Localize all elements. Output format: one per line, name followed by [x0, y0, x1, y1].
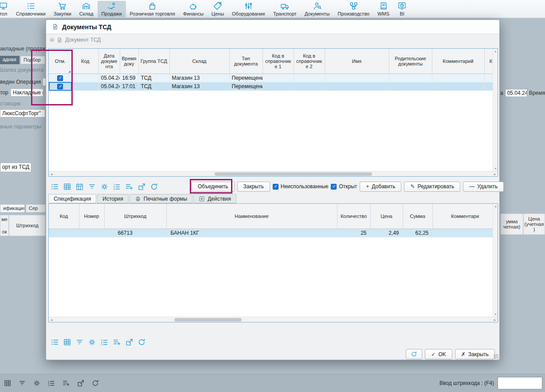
col-header-group[interactable]: Группа ТСД [138, 49, 169, 74]
ok-button[interactable]: ✓ OK [425, 349, 452, 359]
close-dialog-button[interactable]: ✗ Закрыть [455, 349, 495, 359]
bg-import-tsd-button[interactable]: орт из ТСД [0, 163, 31, 172]
menu-item-finance[interactable]: Финансы [179, 1, 208, 17]
scroll-up-icon[interactable]: ▴ [493, 204, 498, 209]
bg-operation-field[interactable] [43, 78, 46, 86]
scroll-down-icon[interactable]: ▾ [493, 312, 498, 317]
col-header-code[interactable]: Код [72, 49, 98, 74]
refresh-button[interactable] [406, 349, 422, 359]
vertical-scrollbar[interactable]: ▴ ▾ [493, 204, 498, 317]
table-row-selected[interactable]: 05.04.24 17:01 ТСД Магазин 13 Перемещени [49, 82, 498, 90]
delete-button[interactable]: — Удалить [463, 182, 504, 192]
col-header-doctype[interactable]: Тип документа [229, 49, 263, 74]
export-icon[interactable] [77, 379, 85, 387]
bg-tab-cert-fragment[interactable]: Сер [26, 204, 46, 213]
col-header-refcode1[interactable]: Код в справочнике 1 [263, 49, 294, 74]
bg-tab-podbor[interactable]: Подбор [20, 56, 45, 64]
add-button[interactable]: + Добавить [360, 182, 401, 192]
scroll-right-icon[interactable]: ▸ [492, 171, 498, 177]
refresh-icon[interactable] [91, 379, 99, 387]
collapse-icon[interactable]: ⊖ [50, 37, 54, 43]
table-view-icon[interactable] [4, 379, 12, 387]
row-checkbox[interactable] [57, 75, 63, 81]
bg-tab-specification-fragment[interactable]: ификация [0, 204, 25, 213]
menu-item-equipment[interactable]: Оборудование [228, 1, 269, 17]
scroll-right-icon[interactable]: ▸ [492, 317, 498, 322]
add-to-list-icon[interactable] [113, 338, 121, 346]
horizontal-scrollbar[interactable]: ◂ ▸ [49, 317, 498, 322]
menu-item-warehouse[interactable]: Склад [75, 1, 98, 17]
merge-button[interactable]: Объединить [192, 182, 235, 192]
menu-item-documents[interactable]: Документы [301, 1, 334, 17]
spec-row-selected[interactable]: 66713 БАНАН 1КГ 25 2,49 62,25 [49, 229, 498, 237]
tab-actions[interactable]: Действия [193, 194, 236, 203]
filter-icon[interactable] [75, 338, 84, 346]
checkbox-checked-icon[interactable] [273, 184, 278, 190]
edit-button[interactable]: ✎ Редактировать [404, 182, 460, 192]
list-view-icon[interactable] [51, 338, 59, 346]
add-to-list-icon[interactable] [125, 182, 133, 191]
close-list-button[interactable]: Закрыть [237, 182, 270, 192]
menu-item-wms[interactable]: WMS [373, 1, 393, 17]
menu-item-desktop[interactable]: тол [0, 1, 12, 17]
menu-item-catalogs[interactable]: Справочники [12, 1, 50, 17]
settings-gear-icon[interactable] [88, 338, 96, 346]
col-header-itemname[interactable]: Наименование [166, 204, 337, 229]
filter-icon[interactable] [88, 182, 96, 191]
table-view-icon[interactable] [63, 338, 71, 346]
tab-specification[interactable]: Спецификация [48, 194, 96, 203]
col-header-sum[interactable]: Сумма [403, 204, 432, 229]
col-header-comment[interactable]: Комментарий [432, 49, 484, 74]
col-header-comment[interactable]: Комментари [432, 204, 498, 229]
numbered-list-icon[interactable] [113, 182, 121, 191]
unused-checkbox[interactable]: Неиспользованные [273, 183, 329, 190]
scrollbar-thumb[interactable] [174, 318, 242, 322]
export-icon[interactable] [137, 182, 146, 191]
calendar-view-icon[interactable] [75, 182, 84, 191]
col-header-warehouse[interactable]: Склад [169, 49, 229, 74]
resize-grip[interactable] [494, 354, 498, 359]
menu-item-purchases[interactable]: Закупки [50, 1, 75, 17]
vertical-scrollbar[interactable]: ▴ ▾ [493, 49, 498, 171]
export-icon[interactable] [125, 338, 133, 346]
bg-tab-active-fragment[interactable]: адная [0, 56, 20, 64]
col-header-code[interactable]: Код [49, 204, 79, 229]
col-header-time[interactable]: Время доку [120, 49, 138, 74]
menu-item-sales[interactable]: Продажи [98, 1, 126, 17]
settings-gear-icon[interactable] [100, 182, 109, 191]
settings-gear-icon[interactable] [33, 379, 41, 387]
col-header-number[interactable]: Номер [79, 204, 104, 229]
table-view-icon[interactable] [63, 182, 71, 191]
refresh-icon[interactable] [150, 182, 158, 191]
barcode-input[interactable] [498, 377, 542, 389]
col-header-refcode2[interactable]: Код в справочнике 2 [294, 49, 325, 74]
list-view-icon[interactable] [51, 182, 59, 191]
col-header-qty[interactable]: Количество [337, 204, 370, 229]
refresh-icon[interactable] [137, 338, 146, 346]
add-to-list-icon[interactable] [62, 379, 70, 387]
scroll-down-icon[interactable]: ▾ [493, 166, 498, 171]
checkbox-checked-icon[interactable] [331, 184, 337, 190]
scrollbar-thumb[interactable] [215, 172, 372, 176]
bg-supplier-field[interactable]: ЛюксСофтТорг" [0, 109, 45, 117]
scroll-left-icon[interactable]: ◂ [49, 317, 54, 322]
menu-item-retail[interactable]: Розничная торговля [126, 1, 179, 17]
row-checkbox[interactable] [57, 84, 63, 89]
tab-print-forms[interactable]: Печатные формы [129, 194, 192, 203]
menu-item-prices[interactable]: Цены [208, 1, 228, 17]
bg-date-field[interactable]: 05.04.24 [505, 89, 527, 97]
horizontal-scrollbar[interactable]: ◂ ▸ [49, 171, 498, 176]
menu-item-transport[interactable]: Транспорт [269, 1, 301, 17]
dialog-title-bar[interactable]: Документы ТСД [46, 20, 499, 34]
menu-item-production[interactable]: Производство [334, 1, 374, 17]
col-header-price[interactable]: Цена [370, 204, 403, 229]
open-checkbox[interactable]: Открыт [331, 183, 357, 190]
scroll-up-icon[interactable]: ▴ [493, 49, 498, 54]
numbered-list-icon[interactable] [47, 379, 55, 387]
numbered-list-icon[interactable] [100, 338, 109, 346]
col-header-parents[interactable]: Родительские документы [389, 49, 432, 74]
bg-type-field[interactable]: Накладные (п [11, 89, 43, 97]
col-header-mark[interactable]: Отм. [49, 49, 72, 74]
col-header-date[interactable]: Дата документа [98, 49, 120, 74]
filter-icon[interactable] [18, 379, 26, 387]
